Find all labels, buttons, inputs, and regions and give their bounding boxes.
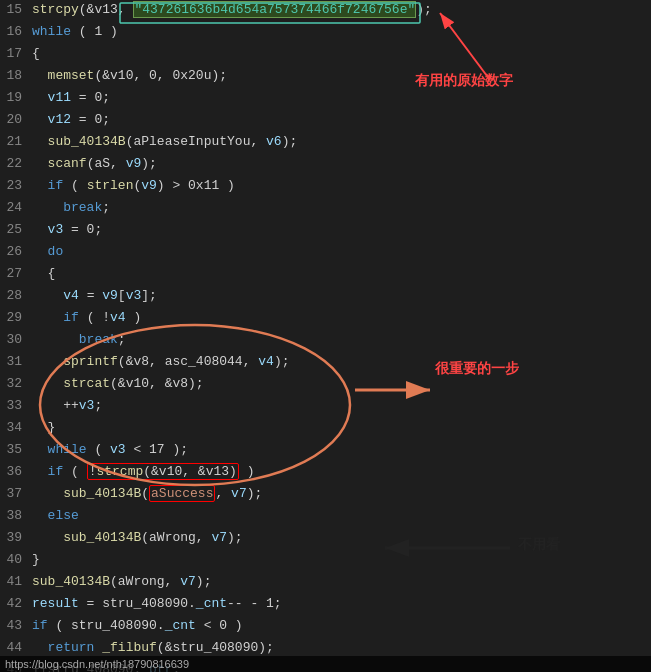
code-line-38: 38 else bbox=[0, 506, 651, 528]
code-line-36: 36 if ( !strcmp(&v10, &v13) ) bbox=[0, 462, 651, 484]
annotation-useful-label: 有用的原始数字 bbox=[415, 72, 513, 90]
code-line-27: 27 { bbox=[0, 264, 651, 286]
code-line-26: 26 do bbox=[0, 242, 651, 264]
code-line-18: 18 memset(&v10, 0, 0x20u); bbox=[0, 66, 651, 88]
code-line-17: 17 { bbox=[0, 44, 651, 66]
url-bar: https://blog.csdn.net/nth18790816639 bbox=[0, 656, 651, 672]
annotation-important-label: 很重要的一步 bbox=[435, 360, 519, 378]
code-line-37: 37 sub_40134B(aSuccess, v7); bbox=[0, 484, 651, 506]
code-line-15: 15 strcpy(&v13, "437261636b4d654a7573744… bbox=[0, 0, 651, 22]
code-line-33: 33 ++v3; bbox=[0, 396, 651, 418]
code-line-20: 20 v12 = 0; bbox=[0, 110, 651, 132]
code-line-29: 29 if ( !v4 ) bbox=[0, 308, 651, 330]
code-line-30: 30 break; bbox=[0, 330, 651, 352]
code-line-19: 19 v11 = 0; bbox=[0, 88, 651, 110]
code-line-42: 42 result = stru_408090._cnt-- - 1; bbox=[0, 594, 651, 616]
code-line-28: 28 v4 = v9[v3]; bbox=[0, 286, 651, 308]
code-line-23: 23 if ( strlen(v9) > 0x11 ) bbox=[0, 176, 651, 198]
annotation-ignore-label: 不用看 bbox=[518, 536, 560, 554]
code-line-35: 35 while ( v3 < 17 ); bbox=[0, 440, 651, 462]
code-line-22: 22 scanf(aS, v9); bbox=[0, 154, 651, 176]
code-line-31: 31 sprintf(&v8, asc_408044, v4); bbox=[0, 352, 651, 374]
code-line-32: 32 strcat(&v10, &v8); bbox=[0, 374, 651, 396]
code-line-24: 24 break; bbox=[0, 198, 651, 220]
code-line-21: 21 sub_40134B(aPleaseInputYou, v6); bbox=[0, 132, 651, 154]
code-line-34: 34 } bbox=[0, 418, 651, 440]
code-line-25: 25 v3 = 0; bbox=[0, 220, 651, 242]
code-line-43: 43 if ( stru_408090._cnt < 0 ) bbox=[0, 616, 651, 638]
code-line-41: 41 sub_40134B(aWrong, v7); bbox=[0, 572, 651, 594]
code-line-16: 16 while ( 1 ) bbox=[0, 22, 651, 44]
